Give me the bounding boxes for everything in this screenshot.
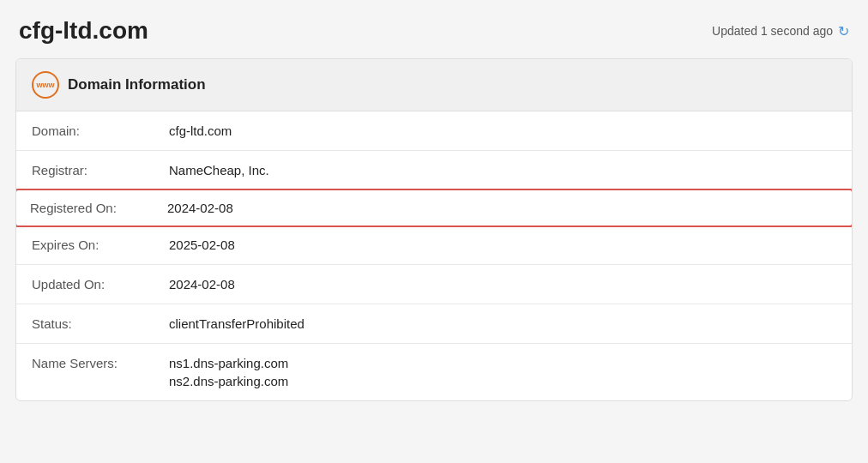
- page-header: cfg-ltd.com Updated 1 second ago ↻: [15, 17, 853, 45]
- row-value-expires-on: 2025-02-08: [169, 238, 235, 252]
- domain-info-card: www Domain Information Domain: cfg-ltd.c…: [15, 58, 853, 401]
- page-title: cfg-ltd.com: [19, 17, 148, 45]
- table-row-nameservers: Name Servers: ns1.dns-parking.com ns2.dn…: [16, 344, 852, 400]
- nameserver-2: ns2.dns-parking.com: [169, 374, 288, 388]
- table-row-registered: Registered On: 2024-02-08: [15, 189, 853, 227]
- row-label-name-servers: Name Servers:: [32, 356, 169, 370]
- card-header-title: Domain Information: [68, 76, 206, 93]
- table-row: Updated On: 2024-02-08: [16, 265, 852, 304]
- table-row: Expires On: 2025-02-08: [16, 225, 852, 265]
- row-label-registrar: Registrar:: [32, 163, 169, 177]
- refresh-icon[interactable]: ↻: [838, 23, 849, 39]
- row-value-updated-on: 2024-02-08: [169, 277, 235, 292]
- row-label-registered-on: Registered On:: [30, 201, 167, 215]
- row-value-domain: cfg-ltd.com: [169, 123, 232, 138]
- table-row: Domain: cfg-ltd.com: [16, 111, 852, 151]
- nameserver-1: ns1.dns-parking.com: [169, 356, 288, 370]
- row-value-registered-on: 2024-02-08: [167, 201, 233, 215]
- row-label-expires-on: Expires On:: [32, 238, 169, 252]
- table-row: Status: clientTransferProhibited: [16, 304, 852, 344]
- row-value-registrar: NameCheap, Inc.: [169, 163, 269, 177]
- updated-text: Updated 1 second ago: [712, 24, 833, 38]
- row-label-status: Status:: [32, 316, 169, 331]
- card-header: www Domain Information: [16, 59, 852, 111]
- www-icon: www: [32, 71, 59, 99]
- table-row: Registrar: NameCheap, Inc.: [16, 151, 852, 190]
- updated-info: Updated 1 second ago ↻: [712, 23, 849, 39]
- row-value-status: clientTransferProhibited: [169, 316, 304, 331]
- page-container: cfg-ltd.com Updated 1 second ago ↻ www D…: [0, 0, 868, 463]
- row-label-domain: Domain:: [32, 123, 169, 138]
- row-label-updated-on: Updated On:: [32, 277, 169, 292]
- row-value-name-servers: ns1.dns-parking.com ns2.dns-parking.com: [169, 356, 288, 388]
